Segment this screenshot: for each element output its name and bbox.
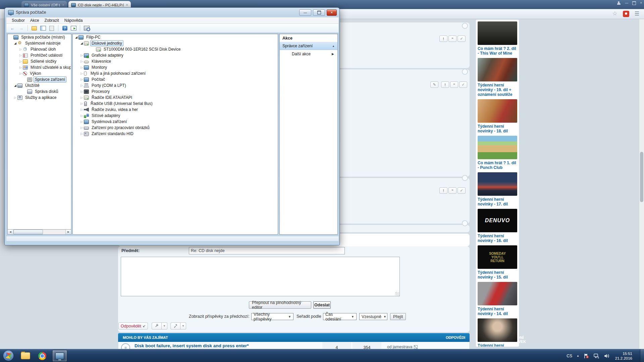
news-caption-link[interactable]: Co mám hrát ? 2. díl - This War of Mine: [478, 46, 517, 56]
start-button[interactable]: [3, 351, 13, 361]
collapse-icon[interactable]: ▲: [332, 45, 335, 48]
report-post-button[interactable]: !: [441, 81, 449, 88]
console-tree-item[interactable]: Výkon: [8, 70, 71, 76]
news-caption-link[interactable]: Týdenní herní novinky - 16. díl: [478, 234, 517, 243]
news-item[interactable]: Týdenní herní novinky - 17. díl: [478, 172, 517, 206]
warn-button[interactable]: [170, 322, 180, 329]
edit-post-button[interactable]: ✎: [430, 81, 438, 88]
full-editor-button[interactable]: Přepnout na plnohodnotný editor: [249, 301, 311, 309]
news-caption-link[interactable]: Co mám hrát ? 1. díl - Punch Club: [478, 161, 517, 170]
scrollbar-thumb[interactable]: [13, 230, 43, 234]
menu-item[interactable]: Akce: [28, 17, 42, 23]
post-badge-icon[interactable]: [462, 175, 468, 181]
scroll-right-arrow[interactable]: ▶: [65, 230, 71, 234]
device-tree-item[interactable]: Systémová zařízení: [73, 119, 278, 125]
accept-post-button[interactable]: ✓: [458, 187, 466, 194]
console-tree-item[interactable]: Služby a aplikace: [8, 95, 71, 101]
device-tree-item[interactable]: Síťové adaptéry: [73, 113, 278, 119]
actions-selected-item[interactable]: Správce zařízení ▲: [280, 42, 337, 50]
expander-icon[interactable]: [79, 83, 84, 87]
console-tree-item[interactable]: Správce zařízení: [8, 76, 71, 82]
scroll-left-arrow[interactable]: ◀: [8, 230, 13, 234]
report-post-button[interactable]: !: [439, 187, 447, 194]
reply-button[interactable]: Odpovědět↙: [118, 322, 148, 329]
console-tree-item[interactable]: Systémové nástroje: [8, 40, 71, 46]
browser-minimize-button[interactable]: —: [625, 1, 628, 5]
expander-icon[interactable]: [74, 35, 78, 39]
topic-title-link[interactable]: Disk boot failure, insert system disk an…: [135, 343, 249, 348]
show-desktop-button[interactable]: [640, 349, 644, 362]
console-tree-item[interactable]: Sdílené složky: [8, 58, 71, 64]
post-badge-icon[interactable]: [462, 69, 468, 75]
expander-icon[interactable]: [13, 83, 17, 87]
message-textarea[interactable]: [121, 257, 400, 296]
news-caption-link[interactable]: Týdenní herní novinky - 14. díl: [478, 307, 517, 316]
resize-grip[interactable]: [395, 292, 399, 296]
expander-icon[interactable]: [18, 59, 23, 63]
language-indicator[interactable]: CS: [567, 354, 572, 358]
order-select[interactable]: Vzestupně▼: [359, 313, 387, 320]
back-button[interactable]: ←: [9, 25, 16, 31]
news-thumbnail[interactable]: [478, 282, 517, 305]
expander-icon[interactable]: [79, 132, 84, 136]
expander-icon[interactable]: [79, 53, 84, 57]
profile-icon[interactable]: [617, 1, 621, 5]
post-badge-icon[interactable]: [462, 23, 468, 29]
taskbar-management-button[interactable]: [52, 350, 67, 362]
news-thumbnail[interactable]: [478, 58, 517, 81]
console-tree-item[interactable]: Místní uživatelé a skupi: [8, 64, 71, 70]
device-tree-item[interactable]: Řadiče USB (Universal Serial Bus): [73, 101, 278, 107]
expander-icon[interactable]: [79, 89, 84, 94]
browser-scrollbar[interactable]: [639, 19, 644, 349]
window-titlebar[interactable]: Správa počítače: [5, 8, 339, 17]
scrollbar-thumb[interactable]: [640, 152, 643, 202]
device-tree-item[interactable]: Zařízení pro zpracování obrázků: [73, 125, 278, 131]
expander-icon[interactable]: [79, 96, 84, 100]
close-button[interactable]: ×: [327, 9, 337, 16]
expander-icon[interactable]: [13, 96, 17, 100]
subject-input[interactable]: Re: CD disk nejde: [189, 247, 345, 254]
expander-icon[interactable]: [79, 120, 84, 124]
device-tree-item[interactable]: Myši a jiná polohovací zařízení: [73, 70, 278, 76]
scan-hardware-button[interactable]: [83, 25, 90, 31]
browser-menu-icon[interactable]: ☰: [635, 11, 639, 17]
warn-caret-icon[interactable]: ▼: [180, 322, 186, 329]
expander-icon[interactable]: [79, 126, 84, 130]
device-tree-item[interactable]: Zařízení standardu HID: [73, 131, 278, 137]
expander-icon[interactable]: [79, 59, 84, 63]
menu-item[interactable]: Zobrazit: [42, 17, 61, 23]
moderation-tools-button[interactable]: [152, 322, 162, 329]
news-caption-link[interactable]: Týdenní herní novinky - 15. díl: [478, 270, 517, 280]
device-tree-item[interactable]: ST1000DM 003-1ER162 SCSI Disk Device: [73, 46, 278, 52]
filter-select[interactable]: Všechny příspěvky▼: [251, 313, 293, 320]
expander-icon[interactable]: [18, 65, 23, 69]
more-actions-item[interactable]: Další akce ▶: [280, 50, 337, 58]
console-tree-item[interactable]: Úložiště: [8, 82, 71, 88]
console-tree-item[interactable]: Prohlížeč událostí: [8, 52, 71, 58]
sort-select[interactable]: Čas odeslání▼: [323, 313, 357, 320]
news-thumbnail[interactable]: DENUVO: [478, 209, 517, 232]
news-caption-link[interactable]: Týdenní herní novinky - 17. díl: [478, 197, 517, 206]
taskbar-clock[interactable]: 15:51 21.2.2016: [615, 351, 632, 361]
horizontal-scrollbar[interactable]: ◀ ▶: [7, 229, 71, 235]
quote-post-button[interactable]: “: [450, 81, 458, 88]
browser-close-button[interactable]: ×: [640, 1, 642, 5]
forward-button[interactable]: →: [18, 25, 24, 31]
tray-expand-icon[interactable]: ▲: [577, 354, 579, 357]
accept-post-button[interactable]: ✓: [458, 36, 466, 42]
device-tree-item[interactable]: Grafické adaptéry: [73, 52, 278, 58]
news-item[interactable]: SOMEDAY YOU'LL RETURN Týdenní herní novi…: [478, 245, 517, 280]
console-tree-item[interactable]: Správa počítače (místní): [8, 34, 71, 40]
news-caption-link[interactable]: Týdenní herní novinky - 18. díl: [478, 124, 517, 133]
device-tree-item[interactable]: Počítač: [73, 76, 278, 82]
news-item[interactable]: Týdenní herní novinky - 19. díl + oznáme…: [478, 58, 517, 97]
device-tree-item[interactable]: Filip-PC: [73, 34, 278, 40]
device-tree-item[interactable]: Porty (COM a LPT): [73, 82, 278, 88]
expander-icon[interactable]: [79, 77, 84, 81]
news-thumbnail[interactable]: SOMEDAY YOU'LL RETURN: [478, 245, 517, 269]
news-caption-link[interactable]: Týdenní herní novinky - 19. díl + oznáme…: [478, 83, 517, 97]
browser-maximize-button[interactable]: [632, 1, 636, 5]
taskbar-explorer-button[interactable]: [18, 350, 33, 362]
properties-button[interactable]: [48, 25, 55, 31]
taskbar-chrome-button[interactable]: [35, 350, 50, 362]
